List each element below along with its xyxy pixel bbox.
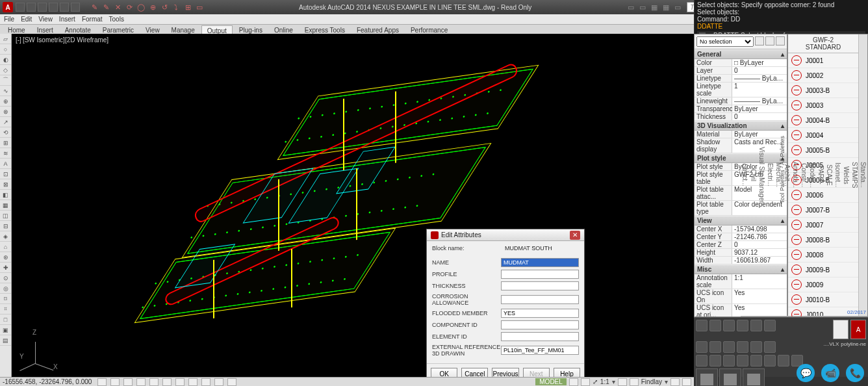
draw-tool-icon[interactable]: ✎ <box>101 2 111 12</box>
draw-tool-icon[interactable]: ▭ <box>194 2 205 12</box>
left-tool-icon[interactable]: ○ <box>0 44 11 55</box>
tray-icon[interactable] <box>737 341 748 353</box>
palette-side-tab[interactable]: Welds <box>842 34 850 316</box>
grid-toggle[interactable] <box>110 378 120 386</box>
palette-side-tab[interactable]: Struct... <box>741 34 749 316</box>
tray-icon[interactable] <box>709 341 721 353</box>
tray-icon[interactable] <box>696 355 708 367</box>
draw-tool-icon[interactable]: ⟳ <box>124 2 134 12</box>
status-icon[interactable] <box>569 378 578 386</box>
tray-icon[interactable] <box>723 355 735 367</box>
left-tool-icon[interactable]: ↗ <box>0 117 11 127</box>
palette-side-tab[interactable]: Isomet... <box>834 34 842 316</box>
view-mode-icon[interactable]: ▭ <box>637 2 648 12</box>
left-tool-icon[interactable]: ▱ <box>0 34 11 44</box>
workspace-label[interactable]: Findlay <box>641 378 662 385</box>
qat-open-icon[interactable] <box>27 3 36 12</box>
anno-scale-icon[interactable]: ⤢ <box>593 378 598 385</box>
tray-icon[interactable] <box>764 355 776 367</box>
qat-new-icon[interactable] <box>16 3 25 12</box>
tray-icon[interactable] <box>737 355 748 367</box>
left-tool-icon[interactable]: ◧ <box>0 190 11 200</box>
view-mode-icon[interactable]: ▭ <box>672 2 683 12</box>
status-icon[interactable] <box>618 378 627 386</box>
draw-tool-icon[interactable]: ◯ <box>136 2 146 12</box>
lwt-toggle[interactable] <box>188 378 198 386</box>
otrack-toggle[interactable] <box>162 378 172 386</box>
left-tool-icon[interactable]: A <box>0 159 11 169</box>
left-tool-icon[interactable]: ⌒ <box>0 75 11 86</box>
draw-tool-icon[interactable]: ✎ <box>89 2 99 12</box>
tool-palette[interactable]: Tool Palettes - All Palettes GWF-2 STAND… <box>787 34 868 317</box>
left-tool-icon[interactable]: ⌗ <box>0 304 11 315</box>
ds-toggle[interactable] <box>227 378 236 386</box>
status-icon[interactable] <box>670 378 680 386</box>
tray-icon[interactable] <box>737 320 748 331</box>
attr-input-element-id[interactable] <box>501 332 579 341</box>
annotation-scale[interactable]: 1:1 <box>600 378 609 385</box>
dyn-toggle[interactable] <box>175 378 185 386</box>
chat-bubble-icon[interactable]: 💬 <box>797 364 815 382</box>
lsp-file-icon[interactable]: A <box>850 320 866 339</box>
menu-view[interactable]: View <box>38 16 53 23</box>
taskbar-item-design[interactable] <box>719 368 741 386</box>
osnap-toggle[interactable] <box>149 378 159 386</box>
qat-redo-icon[interactable] <box>60 3 69 12</box>
left-tool-icon[interactable]: ⊡ <box>0 169 11 179</box>
tray-icon[interactable] <box>709 355 721 367</box>
attr-input-component-id[interactable] <box>501 320 579 329</box>
left-tool-icon[interactable]: ⊙ <box>0 273 11 283</box>
tray-icon[interactable] <box>750 320 762 331</box>
menu-tools[interactable]: Tools <box>109 16 124 23</box>
menu-insert[interactable]: Insert <box>59 16 75 23</box>
tray-icon[interactable] <box>778 355 789 367</box>
draw-tool-icon[interactable]: ✕ <box>112 2 123 12</box>
palette-side-tab[interactable]: STAMPS <box>850 34 859 316</box>
tray-icon[interactable] <box>696 341 708 353</box>
dialog-close-button[interactable]: ✕ <box>570 231 580 240</box>
left-tool-icon[interactable]: ◫ <box>0 211 11 221</box>
left-tool-icon[interactable]: ▦ <box>0 200 11 211</box>
polar-toggle[interactable] <box>136 378 146 386</box>
view-mode-icon[interactable]: ▭ <box>626 2 636 12</box>
palette-side-tab[interactable]: Standa... <box>859 34 867 316</box>
left-tool-icon[interactable]: ∿ <box>0 86 11 96</box>
left-tool-icon[interactable]: ▣ <box>0 325 11 335</box>
menu-format[interactable]: Format <box>82 16 103 23</box>
left-tool-icon[interactable]: ⊟ <box>0 221 11 231</box>
dialog-titlebar[interactable]: Edit Attributes ✕ <box>427 229 584 241</box>
palette-side-tab[interactable]: PART- <box>817 34 825 316</box>
palette-side-tab[interactable]: Electri... <box>766 34 774 316</box>
palette-side-tab[interactable]: Modeli... <box>808 34 817 316</box>
menu-file[interactable]: File <box>4 16 14 23</box>
tray-icon[interactable] <box>750 341 762 353</box>
status-icon[interactable] <box>630 378 639 386</box>
left-tool-icon[interactable]: ◇ <box>0 65 11 75</box>
qat-print-icon[interactable] <box>71 3 80 12</box>
tray-icon[interactable] <box>750 355 762 367</box>
left-tool-icon[interactable]: ⟲ <box>0 127 11 138</box>
left-tool-icon[interactable]: ⌑ <box>0 294 11 304</box>
left-tool-icon[interactable]: ◈ <box>0 231 11 242</box>
snap-toggle[interactable] <box>97 378 107 386</box>
video-bubble-icon[interactable]: 📹 <box>821 364 839 382</box>
palette-side-tab[interactable]: SCALE <box>825 34 834 316</box>
taskbar-item-qm[interactable] <box>743 368 765 386</box>
left-tool-icon[interactable]: ⊛ <box>0 252 11 263</box>
attr-input-thickness[interactable] <box>501 281 579 290</box>
draw-tool-icon[interactable]: ↺ <box>159 2 170 12</box>
qat-save-icon[interactable] <box>38 3 47 12</box>
ortho-toggle[interactable] <box>123 378 133 386</box>
qat-undo-icon[interactable] <box>49 3 58 12</box>
tray-icon[interactable] <box>709 320 721 331</box>
left-tool-icon[interactable]: ▤ <box>0 335 11 346</box>
left-tool-icon[interactable]: ◐ <box>0 55 11 65</box>
model-space-tab[interactable]: MODEL <box>535 378 567 385</box>
left-tool-icon[interactable]: ⊞ <box>0 138 11 148</box>
palette-side-tab[interactable]: Visual Sty Manager <box>758 34 766 316</box>
left-tool-icon[interactable]: □ <box>0 315 11 325</box>
left-tool-icon[interactable]: ⊠ <box>0 179 11 190</box>
draw-tool-icon[interactable]: ⊕ <box>147 2 158 12</box>
left-tool-icon[interactable]: ✚ <box>0 263 11 273</box>
phone-bubble-icon[interactable]: 📞 <box>846 364 864 382</box>
